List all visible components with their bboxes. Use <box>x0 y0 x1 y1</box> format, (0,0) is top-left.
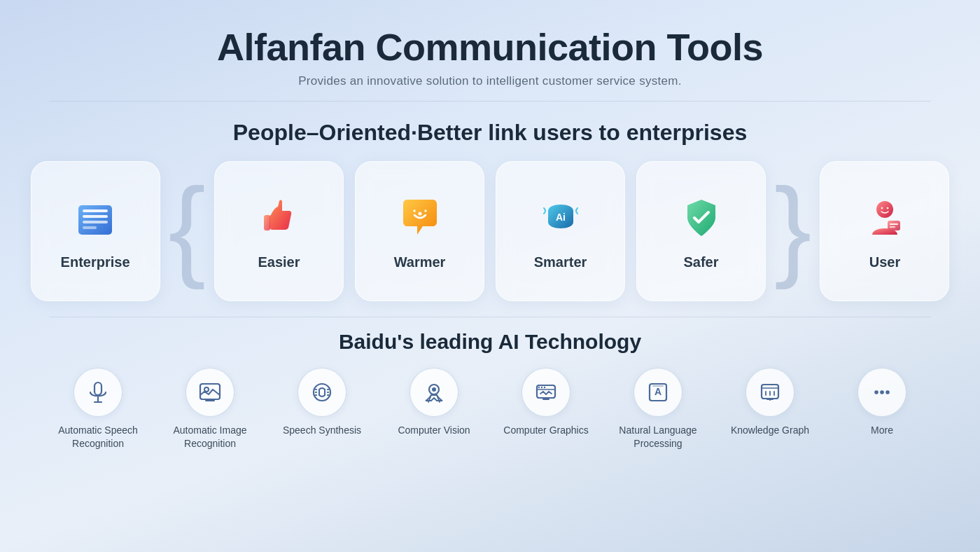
more-circle <box>858 368 906 417</box>
kg-icon <box>757 380 783 405</box>
cg-circle <box>522 368 570 417</box>
page-title: Alfanfan Communication Tools <box>217 25 763 69</box>
ai-section: Baidu's leading AI Technology Automatic … <box>0 330 980 450</box>
card-warmer-label: Warmer <box>394 254 446 270</box>
svg-point-47 <box>874 390 878 394</box>
tech-item-kg[interactable]: Knowledge Graph <box>724 368 816 437</box>
nlp-circle: A <box>634 368 682 417</box>
svg-rect-1 <box>83 209 108 212</box>
air-icon <box>197 380 223 405</box>
asr-icon <box>85 380 111 405</box>
enterprise-icon-box <box>70 193 120 243</box>
more-label: More <box>871 424 893 437</box>
svg-point-7 <box>413 209 416 212</box>
svg-rect-42 <box>652 385 664 387</box>
card-smarter-label: Smarter <box>534 254 587 270</box>
svg-rect-4 <box>83 226 97 229</box>
cg-label: Computer Graphics <box>503 424 588 437</box>
air-label: Automatic Image Recognition <box>164 424 255 450</box>
tech-item-cv[interactable]: Computer Vision <box>388 368 479 437</box>
right-brace: } <box>774 172 811 291</box>
ai-title: Baidu's leading AI Technology <box>339 330 641 354</box>
tech-item-more[interactable]: More <box>836 368 927 437</box>
svg-rect-13 <box>888 221 900 230</box>
card-easier[interactable]: Easier <box>214 161 344 301</box>
divider-mid <box>49 317 931 317</box>
svg-rect-16 <box>94 382 102 395</box>
user-icon-box <box>860 193 910 243</box>
tech-row: Automatic Speech Recognition Automatic I… <box>0 368 980 450</box>
easier-icon <box>257 195 302 240</box>
svg-rect-14 <box>890 223 898 225</box>
tech-item-nlp[interactable]: A Natural Language Processing <box>612 368 704 450</box>
svg-point-8 <box>424 209 427 212</box>
cv-label: Computer Vision <box>398 424 470 437</box>
card-user-label: User <box>869 254 900 270</box>
cv-circle <box>410 368 458 417</box>
user-icon <box>862 195 907 240</box>
safer-icon <box>679 195 724 240</box>
tech-item-asr[interactable]: Automatic Speech Recognition <box>52 368 144 450</box>
svg-point-36 <box>541 387 542 388</box>
ss-label: Speech Synthesis <box>283 424 361 437</box>
nlp-label: Natural Language Processing <box>612 424 704 450</box>
tech-item-cg[interactable]: Computer Graphics <box>500 368 592 437</box>
svg-point-48 <box>880 390 884 394</box>
svg-rect-2 <box>83 215 108 218</box>
svg-point-11 <box>881 207 883 209</box>
smarter-icon-box: Ai <box>536 193 586 243</box>
svg-rect-19 <box>200 384 220 399</box>
ss-circle <box>298 368 346 417</box>
svg-point-30 <box>432 387 436 392</box>
safer-icon-box <box>676 193 727 243</box>
card-user[interactable]: User <box>820 161 949 301</box>
card-safer[interactable]: Safer <box>636 161 766 301</box>
air-circle <box>186 368 234 417</box>
svg-rect-5 <box>264 215 270 230</box>
card-safer-label: Safer <box>683 254 718 270</box>
page-subtitle: Provides an innovative solution to intel… <box>217 74 763 88</box>
svg-point-20 <box>204 387 209 392</box>
asr-label: Automatic Speech Recognition <box>52 424 144 450</box>
card-enterprise-label: Enterprise <box>61 254 130 270</box>
more-icon <box>869 380 895 405</box>
card-warmer[interactable]: Warmer <box>355 161 484 301</box>
warmer-icon-box <box>395 193 445 243</box>
card-enterprise[interactable]: Enterprise <box>31 161 160 301</box>
left-brace: { <box>169 172 206 291</box>
svg-text:A: A <box>654 386 662 397</box>
card-smarter[interactable]: Ai Smarter <box>496 161 625 301</box>
ss-icon <box>309 380 335 405</box>
svg-text:Ai: Ai <box>556 212 566 223</box>
svg-point-49 <box>886 390 890 394</box>
divider-top <box>49 101 931 102</box>
cv-icon <box>421 380 447 405</box>
asr-circle <box>74 368 122 417</box>
enterprise-icon <box>73 195 118 240</box>
svg-rect-3 <box>83 221 108 223</box>
smarter-icon: Ai <box>538 195 583 240</box>
svg-point-12 <box>886 207 888 209</box>
svg-point-35 <box>538 387 540 388</box>
cards-row: Enterprise { Easier <box>0 161 980 301</box>
svg-point-37 <box>544 387 545 388</box>
cg-icon <box>533 380 559 405</box>
oriented-title: People–Oriented·Better link users to ent… <box>233 120 747 146</box>
tech-item-air[interactable]: Automatic Image Recognition <box>164 368 255 450</box>
kg-circle <box>746 368 794 417</box>
kg-label: Knowledge Graph <box>731 424 809 437</box>
svg-point-6 <box>418 212 421 215</box>
easier-icon-box <box>254 193 304 243</box>
tech-item-ss[interactable]: Speech Synthesis <box>276 368 368 437</box>
nlp-icon: A <box>645 380 671 405</box>
warmer-icon <box>398 195 442 240</box>
page-header: Alfanfan Communication Tools Provides an… <box>217 0 763 95</box>
card-easier-label: Easier <box>258 254 300 270</box>
svg-point-10 <box>876 201 893 218</box>
svg-rect-15 <box>890 226 895 228</box>
